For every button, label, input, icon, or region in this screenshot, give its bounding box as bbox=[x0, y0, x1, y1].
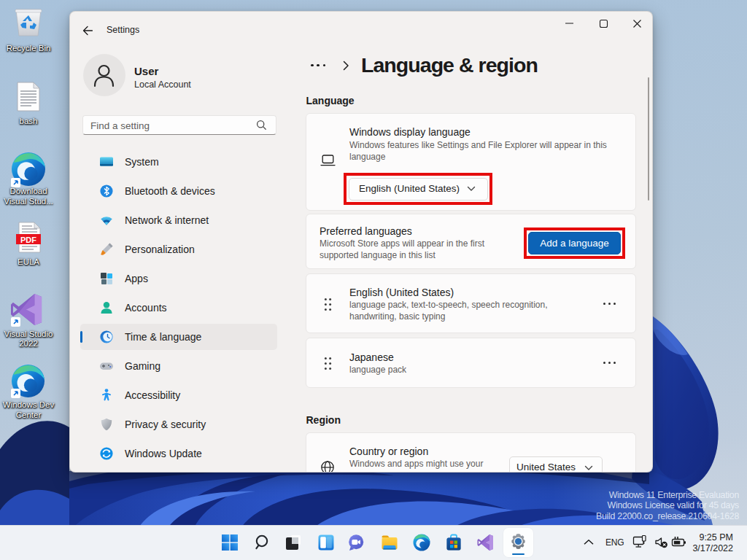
svg-text:PDF: PDF bbox=[20, 236, 36, 244]
